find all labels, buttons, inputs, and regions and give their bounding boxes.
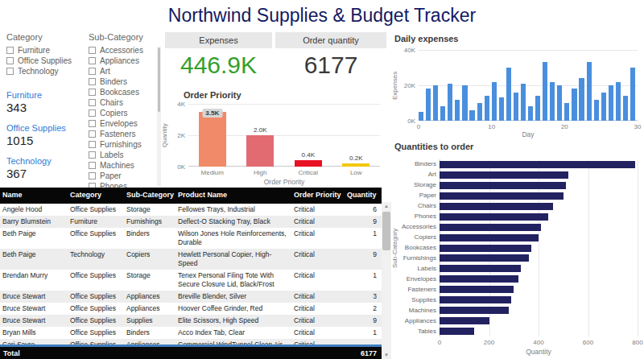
priority-bar[interactable] (199, 112, 226, 167)
daily-expense-bar[interactable] (594, 100, 599, 121)
subcategory-scrollbar[interactable] (157, 47, 161, 187)
checkbox-icon[interactable] (89, 68, 96, 75)
priority-bar[interactable] (342, 163, 369, 167)
quantity-bar[interactable] (440, 307, 509, 314)
table-row[interactable]: Barry BlumsteinFurnitureFurnishingsDefle… (0, 216, 382, 228)
quantity-bar[interactable] (440, 286, 514, 293)
slicer-item[interactable]: Bookcases (89, 87, 161, 97)
slicer-item[interactable]: Labels (89, 150, 161, 160)
checkbox-icon[interactable] (6, 57, 14, 64)
checkbox-icon[interactable] (89, 57, 96, 64)
daily-expense-bar[interactable] (557, 85, 562, 121)
quantity-bar[interactable] (440, 328, 474, 335)
scroll-up-icon[interactable]: ▲ (382, 202, 391, 210)
daily-expense-bar[interactable] (485, 96, 489, 121)
slicer-item[interactable]: Chairs (89, 97, 161, 108)
table-scrollbar[interactable]: ▲ ▼ (382, 202, 391, 359)
daily-expense-bar[interactable] (514, 93, 518, 121)
slicer-item[interactable]: Binders (89, 76, 161, 87)
daily-expense-bar[interactable] (455, 100, 460, 121)
column-header[interactable]: Category (68, 188, 124, 204)
priority-bar[interactable] (246, 135, 274, 167)
slicer-item[interactable]: Appliances (89, 56, 161, 66)
scroll-down-icon[interactable]: ▼ (382, 351, 391, 359)
quantity-bar[interactable] (440, 275, 518, 283)
daily-expense-bar[interactable] (528, 106, 533, 121)
slicer-item[interactable]: Copiers (89, 108, 161, 118)
priority-bar[interactable] (295, 160, 322, 167)
daily-expense-bar[interactable] (462, 85, 467, 121)
slicer-item[interactable]: Machines (89, 160, 161, 171)
column-header[interactable]: Sub-Category (124, 188, 175, 204)
quantity-bar[interactable] (440, 171, 568, 179)
slicer-item[interactable]: Fasteners (89, 129, 161, 139)
daily-expense-bar[interactable] (579, 78, 584, 121)
slicer-item[interactable]: Office Supplies (6, 56, 84, 66)
quantity-bar[interactable] (440, 213, 548, 221)
table-row[interactable]: Bryan MillsOffice SuppliesBindersAcco In… (0, 327, 382, 339)
table-row[interactable]: Beth PaigeTechnologyCopiersHewlett Perso… (0, 249, 382, 270)
daily-expense-bar[interactable] (535, 96, 540, 121)
slicer-item[interactable]: Furniture (6, 45, 84, 56)
daily-expense-bar[interactable] (440, 106, 445, 121)
daily-expense-bar[interactable] (543, 62, 547, 121)
column-header[interactable]: Order Priority (291, 188, 345, 204)
daily-expense-bar[interactable] (477, 103, 482, 121)
table-row[interactable]: Bruce StewartOffice SuppliesSuppliesElit… (0, 315, 382, 327)
slicer-item[interactable]: Art (89, 66, 161, 76)
slicer-item[interactable]: Technology (6, 66, 84, 76)
daily-expense-bar[interactable] (506, 68, 511, 121)
slicer-item[interactable]: Envelopes (89, 118, 161, 129)
checkbox-icon[interactable] (89, 130, 96, 138)
checkbox-icon[interactable] (89, 162, 96, 169)
daily-expense-bar[interactable] (469, 110, 474, 121)
scrollbar-thumb[interactable] (382, 212, 390, 250)
checkbox-icon[interactable] (89, 109, 96, 117)
daily-expense-bar[interactable] (623, 96, 628, 121)
daily-expense-bar[interactable] (426, 89, 431, 121)
daily-expense-bar[interactable] (630, 68, 635, 121)
quantity-bar[interactable] (440, 192, 564, 200)
daily-expense-bar[interactable] (433, 85, 438, 121)
checkbox-icon[interactable] (89, 47, 96, 54)
checkbox-icon[interactable] (89, 89, 96, 96)
checkbox-icon[interactable] (89, 141, 96, 148)
quantity-bar[interactable] (440, 203, 553, 210)
checkbox-icon[interactable] (89, 78, 96, 85)
quantity-bar[interactable] (440, 234, 539, 241)
daily-expense-bar[interactable] (587, 62, 592, 121)
table-row[interactable]: Beth PaigeOffice SuppliesBindersWilson J… (0, 228, 382, 249)
table-row[interactable]: Bruce StewartOffice SuppliesAppliancesBr… (0, 291, 382, 303)
daily-expense-bar[interactable] (521, 84, 526, 121)
checkbox-icon[interactable] (6, 68, 14, 75)
daily-expense-bar[interactable] (550, 82, 555, 121)
daily-expense-bar[interactable] (492, 82, 497, 121)
quantity-bar[interactable] (440, 182, 566, 189)
scrollbar-thumb[interactable] (158, 47, 160, 112)
daily-expense-bar[interactable] (601, 93, 606, 121)
slicer-item[interactable]: Accessories (89, 45, 161, 56)
daily-expense-bar[interactable] (564, 103, 569, 121)
table-row[interactable]: Brendan MurryOffice SuppliesStorageTenex… (0, 270, 382, 291)
checkbox-icon[interactable] (89, 99, 96, 106)
column-header[interactable]: Product Name (175, 188, 291, 204)
column-header[interactable]: Quantity (345, 188, 382, 204)
checkbox-icon[interactable] (6, 47, 14, 54)
quantity-bar[interactable] (440, 224, 541, 231)
daily-expense-bar[interactable] (419, 112, 423, 121)
slicer-item[interactable]: Paper (89, 171, 161, 181)
table-row[interactable]: Bruce StewartOffice SuppliesAppliancesHo… (0, 303, 382, 315)
quantity-bar[interactable] (440, 245, 531, 252)
daily-expense-bar[interactable] (499, 97, 504, 121)
daily-expense-bar[interactable] (448, 84, 452, 121)
daily-expense-bar[interactable] (616, 82, 621, 121)
slicer-item[interactable]: Furnishings (89, 139, 161, 150)
quantity-bar[interactable] (440, 296, 511, 303)
quantity-bar[interactable] (440, 254, 529, 262)
quantity-bar[interactable] (440, 317, 489, 324)
checkbox-icon[interactable] (89, 172, 96, 180)
checkbox-icon[interactable] (89, 120, 96, 127)
quantity-bar[interactable] (440, 265, 521, 272)
checkbox-icon[interactable] (89, 151, 96, 159)
column-header[interactable]: Name (0, 188, 68, 204)
